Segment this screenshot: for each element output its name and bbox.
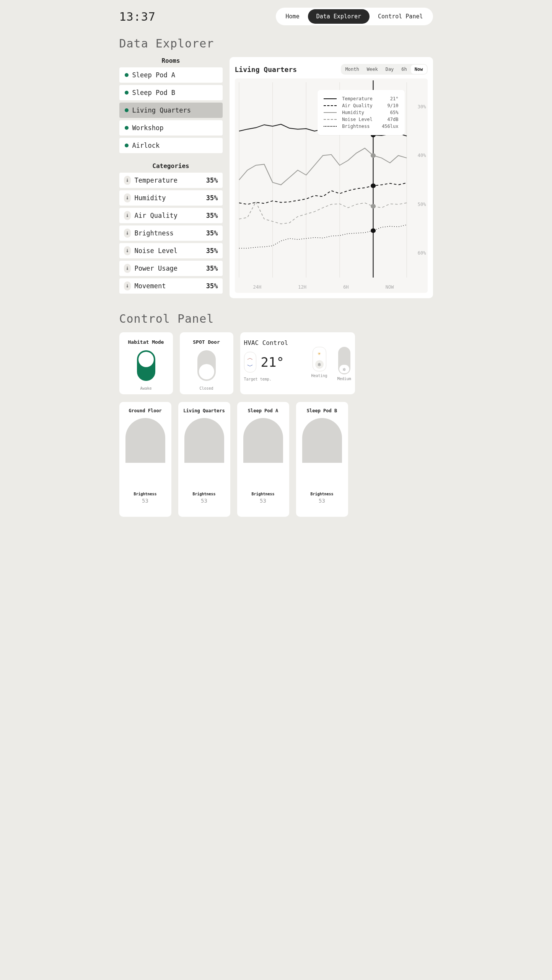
light-card-title: Sleep Pod A <box>248 408 278 413</box>
range-day[interactable]: Day <box>382 65 398 74</box>
thermometer-icon: 🌡 <box>124 229 131 238</box>
spot-toggle[interactable] <box>197 350 216 381</box>
x-tick: 12H <box>298 284 306 290</box>
legend-value: 9/10 <box>388 103 399 108</box>
hvac-mode-toggle[interactable]: ☀ ❄ <box>313 347 326 371</box>
category-temperature[interactable]: 🌡Temperature35% <box>119 173 223 188</box>
nav-control-panel[interactable]: Control Panel <box>370 9 431 24</box>
thermometer-icon: 🌡 <box>124 211 131 220</box>
room-sleep-pod-b[interactable]: Sleep Pod B <box>119 85 223 100</box>
y-tick: 40% <box>418 153 426 158</box>
hvac-mode-label: Heating <box>311 374 327 378</box>
section-title-control: Control Panel <box>119 312 433 325</box>
category-label: Power Usage <box>135 265 202 272</box>
section-title-explorer: Data Explorer <box>119 37 433 50</box>
category-power-usage[interactable]: 🌡Power Usage35% <box>119 261 223 276</box>
status-dot-icon <box>125 73 129 77</box>
room-airlock[interactable]: Airlock <box>119 138 223 153</box>
light-card-sleep-pod-a: Sleep Pod A Brightness 53 <box>237 402 289 517</box>
brightness-slider[interactable]: Brightness 53 <box>184 418 224 511</box>
status-dot-icon <box>125 91 129 95</box>
nav-data-explorer[interactable]: Data Explorer <box>308 9 370 24</box>
status-dot-icon <box>125 108 129 112</box>
legend-swatch-icon <box>324 98 337 99</box>
habitat-title: Habitat Mode <box>128 339 164 345</box>
nav-home[interactable]: Home <box>277 9 308 24</box>
habitat-toggle[interactable] <box>137 350 155 381</box>
light-card-ground-floor: Ground Floor Brightness 53 <box>119 402 171 517</box>
legend-label: Temperature <box>342 96 385 101</box>
room-label: Living Quarters <box>132 106 191 114</box>
range-month[interactable]: Month <box>342 65 363 74</box>
habitat-mode-card: Habitat Mode Awake <box>119 332 173 394</box>
category-label: Brightness <box>135 229 202 237</box>
light-card-title: Sleep Pod B <box>307 408 337 413</box>
brightness-slider[interactable]: Brightness 53 <box>302 418 342 511</box>
brightness-value: 53 <box>260 498 266 504</box>
hvac-temp-stepper[interactable]: ︿ ﹀ <box>244 352 256 372</box>
x-tick: 24H <box>253 284 262 290</box>
habitat-state: Awake <box>140 386 151 390</box>
category-noise-level[interactable]: 🌡Noise Level35% <box>119 243 223 258</box>
spot-door-card: SPOT Door Closed <box>180 332 233 394</box>
legend-row: Humidity65% <box>324 110 398 115</box>
category-value: 35% <box>206 229 218 237</box>
range-week[interactable]: Week <box>363 65 382 74</box>
brightness-label: Brightness <box>251 492 274 496</box>
category-value: 35% <box>206 265 218 272</box>
hvac-target-label: Target temp. <box>244 377 272 381</box>
hvac-temp-value: 21° <box>261 354 284 370</box>
light-card-title: Ground Floor <box>129 408 162 413</box>
brightness-label: Brightness <box>134 492 156 496</box>
spot-state: Closed <box>199 386 213 390</box>
svg-point-11 <box>370 229 375 233</box>
clock: 13:37 <box>119 10 156 23</box>
legend-label: Noise Level <box>342 117 382 122</box>
thermometer-icon: 🌡 <box>124 264 131 273</box>
room-living-quarters[interactable]: Living Quarters <box>119 103 223 118</box>
legend-value: 47dB <box>388 117 399 122</box>
categories-heading: Categories <box>119 162 223 170</box>
sun-icon: ☀ <box>315 350 324 358</box>
brightness-slider[interactable]: Brightness 53 <box>243 418 283 511</box>
legend-row: Temperature21° <box>324 96 398 101</box>
fan-icon: ✲ <box>339 365 349 373</box>
room-label: Sleep Pod B <box>132 89 176 96</box>
room-label: Sleep Pod A <box>132 71 176 79</box>
chevron-up-icon[interactable]: ︿ <box>246 354 254 362</box>
range-6h[interactable]: 6h <box>397 65 410 74</box>
snowflake-icon: ❄ <box>315 360 324 369</box>
thermometer-icon: 🌡 <box>124 281 131 291</box>
chart-legend: Temperature21°Air Quality9/10Humidity65%… <box>318 90 404 135</box>
room-label: Airlock <box>132 142 160 149</box>
category-value: 35% <box>206 176 218 184</box>
category-brightness[interactable]: 🌡Brightness35% <box>119 225 223 241</box>
x-tick: NOW <box>386 284 394 290</box>
status-dot-icon <box>125 126 129 130</box>
light-card-sleep-pod-b: Sleep Pod B Brightness 53 <box>296 402 348 517</box>
y-tick: 30% <box>418 104 426 109</box>
legend-swatch-icon <box>324 126 337 127</box>
status-dot-icon <box>125 144 129 147</box>
thermometer-icon: 🌡 <box>124 176 131 185</box>
hvac-fan-slider[interactable]: ✲ <box>338 347 350 374</box>
legend-swatch-icon <box>324 112 337 113</box>
category-air-quality[interactable]: 🌡Air Quality35% <box>119 208 223 223</box>
category-movement[interactable]: 🌡Movement35% <box>119 278 223 294</box>
brightness-slider[interactable]: Brightness 53 <box>125 418 165 511</box>
room-label: Workshop <box>132 124 164 132</box>
category-label: Humidity <box>135 194 202 202</box>
legend-row: Noise Level47dB <box>324 117 398 122</box>
room-workshop[interactable]: Workshop <box>119 120 223 136</box>
chevron-down-icon[interactable]: ﹀ <box>246 362 254 371</box>
category-humidity[interactable]: 🌡Humidity35% <box>119 190 223 206</box>
category-label: Movement <box>135 282 202 290</box>
room-sleep-pod-a[interactable]: Sleep Pod A <box>119 67 223 83</box>
brightness-value: 53 <box>142 498 148 504</box>
range-now[interactable]: Now <box>411 65 427 74</box>
brightness-label: Brightness <box>310 492 333 496</box>
y-tick: 60% <box>418 250 426 256</box>
brightness-value: 53 <box>201 498 207 504</box>
top-nav: HomeData ExplorerControl Panel <box>276 8 433 25</box>
legend-value: 21° <box>390 96 399 101</box>
